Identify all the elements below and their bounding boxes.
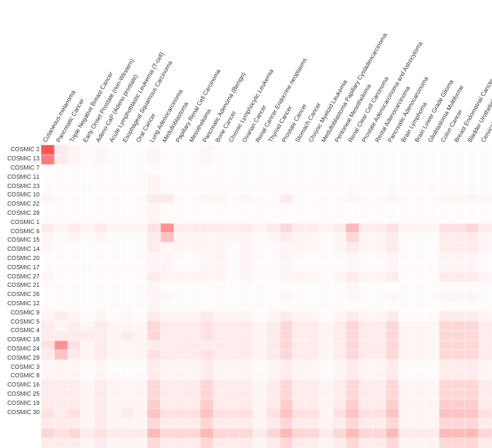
heatmap-cell	[240, 389, 253, 399]
heatmap-cell	[399, 204, 412, 213]
heatmap-cell	[121, 311, 134, 321]
row-label: COSMIC 11	[0, 172, 40, 181]
heatmap-cell	[280, 184, 293, 194]
heatmap-cell	[373, 194, 386, 204]
heatmap-cell	[452, 408, 465, 418]
heatmap-cell	[227, 311, 240, 321]
heatmap-cell	[253, 232, 266, 242]
heatmap-cell	[373, 341, 386, 350]
heatmap-cell	[54, 370, 68, 379]
heatmap-cell	[452, 379, 465, 389]
heatmap-cell	[94, 204, 107, 213]
heatmap-cell	[240, 370, 253, 379]
heatmap-cell	[54, 232, 68, 242]
heatmap-cell	[187, 174, 200, 184]
heatmap-cell	[68, 370, 81, 379]
heatmap-cell	[359, 145, 373, 155]
heatmap-cell	[373, 389, 386, 399]
heatmap-cell	[54, 204, 68, 213]
heatmap-cell	[147, 418, 160, 428]
heatmap-cell	[266, 389, 280, 399]
heatmap-cell	[174, 360, 187, 370]
heatmap-cell	[333, 194, 346, 204]
heatmap-cell	[293, 213, 306, 223]
heatmap-cell	[465, 408, 479, 418]
heatmap-cell	[439, 379, 452, 389]
heatmap-cell	[465, 360, 479, 370]
heatmap-cell	[359, 213, 373, 223]
heatmap-cell	[54, 438, 68, 448]
heatmap-cell	[134, 418, 147, 428]
heatmap-cell	[54, 311, 68, 321]
heatmap-cell	[134, 399, 147, 409]
heatmap-cell	[94, 389, 107, 399]
heatmap-cell	[333, 311, 346, 321]
heatmap-cell	[452, 321, 465, 331]
heatmap-cell	[386, 389, 399, 399]
heatmap-cell	[253, 223, 266, 233]
row-label: COSMIC 30	[0, 407, 40, 416]
heatmap-cell	[293, 370, 306, 379]
heatmap-cell	[200, 301, 213, 311]
heatmap-cell	[479, 291, 492, 301]
heatmap-cell	[412, 408, 426, 418]
heatmap-cell	[333, 184, 346, 194]
heatmap-cell	[81, 360, 94, 370]
heatmap-cell	[479, 184, 492, 194]
heatmap-cell	[439, 428, 452, 438]
heatmap-cell	[320, 418, 333, 428]
heatmap-cell	[147, 223, 160, 233]
heatmap-cell	[147, 331, 160, 341]
heatmap-cell	[373, 262, 386, 272]
heatmap-cell	[479, 360, 492, 370]
heatmap-cell	[147, 262, 160, 272]
heatmap-cell	[41, 272, 54, 282]
heatmap-cell	[174, 145, 187, 155]
heatmap-cell	[333, 272, 346, 282]
heatmap-cell	[187, 301, 200, 311]
heatmap-cell	[359, 174, 373, 184]
heatmap-cell	[41, 194, 54, 204]
heatmap-cell	[439, 311, 452, 321]
heatmap-cell	[266, 311, 280, 321]
heatmap-cell	[399, 408, 412, 418]
heatmap-cell	[121, 341, 134, 350]
heatmap-cell	[253, 331, 266, 341]
heatmap-cell	[426, 408, 439, 418]
heatmap-cell	[121, 282, 134, 292]
heatmap-cell	[306, 350, 320, 360]
heatmap-cell	[81, 389, 94, 399]
heatmap-cell	[134, 145, 147, 155]
heatmap-cell	[253, 370, 266, 379]
heatmap-cell	[107, 145, 121, 155]
heatmap-cell	[68, 204, 81, 213]
heatmap-cell	[134, 379, 147, 389]
row-label: COSMIC 27	[0, 271, 40, 281]
heatmap-cell	[306, 165, 320, 175]
heatmap-cell	[213, 301, 227, 311]
heatmap-cell	[306, 184, 320, 194]
row-label: COSMIC 26	[0, 290, 40, 299]
heatmap-cell	[293, 232, 306, 242]
heatmap-cell	[240, 321, 253, 331]
heatmap-cell	[68, 321, 81, 331]
heatmap-cell	[134, 272, 147, 282]
heatmap-cell	[452, 272, 465, 282]
heatmap-cell	[54, 399, 68, 409]
heatmap-cell	[439, 242, 452, 252]
heatmap-cell	[240, 223, 253, 233]
heatmap-cell	[280, 341, 293, 350]
heatmap-cell	[187, 282, 200, 292]
heatmap-cell	[346, 155, 359, 165]
heatmap-cell	[54, 321, 68, 331]
heatmap-cell	[333, 301, 346, 311]
heatmap-cell	[68, 331, 81, 341]
heatmap-cell	[68, 350, 81, 360]
heatmap-cell	[293, 155, 306, 165]
col-labels-container: Cutaneous melanomaPancreatic CancerTripl…	[41, 0, 492, 145]
heatmap-cell	[121, 418, 134, 428]
row-label: COSMIC 4	[0, 326, 40, 335]
heatmap-cell	[465, 232, 479, 242]
heatmap-cell	[346, 272, 359, 282]
heatmap-cell	[41, 165, 54, 175]
